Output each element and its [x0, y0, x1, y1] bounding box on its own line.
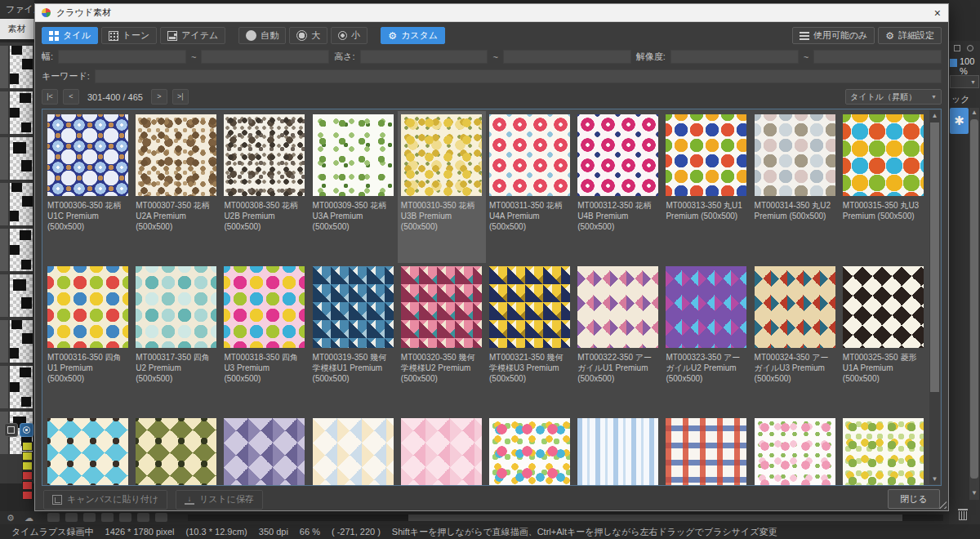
material-thumbnail[interactable]	[401, 114, 482, 196]
material-thumbnail[interactable]	[224, 114, 305, 196]
material-item[interactable]: MT000323-350 アーガイルU2 Premium (500x500)	[662, 263, 751, 415]
material-thumbnail[interactable]	[666, 266, 746, 348]
material-item[interactable]	[574, 415, 662, 486]
material-thumbnail[interactable]	[843, 266, 924, 348]
sub-tool-button[interactable]: ✱	[950, 108, 969, 134]
material-item[interactable]: MT000310-350 花柄 U3B Premium (500x500)	[398, 111, 486, 263]
material-thumbnail[interactable]	[313, 114, 394, 196]
material-item[interactable]: MT000319-350 幾何学模様U1 Premium (500x500)	[310, 263, 398, 415]
height-max-input[interactable]	[503, 50, 631, 64]
available-only-button[interactable]: 使用可能のみ	[792, 27, 875, 44]
material-item[interactable]: MT000321-350 幾何学模様U3 Premium (500x500)	[486, 263, 574, 415]
material-item[interactable]	[751, 415, 840, 486]
scroll-up-icon[interactable]: ▲	[969, 108, 979, 118]
material-thumbnail[interactable]	[313, 418, 394, 486]
trash-icon[interactable]	[957, 509, 969, 520]
panel-window-icon[interactable]	[954, 45, 960, 51]
prev-page-button[interactable]: <	[63, 89, 79, 105]
material-thumbnail[interactable]	[489, 266, 570, 348]
size-filter-small[interactable]: 小	[331, 27, 368, 44]
zoom-slider-handle[interactable]	[950, 59, 957, 67]
material-thumbnail[interactable]	[577, 114, 658, 196]
material-item[interactable]	[132, 415, 220, 486]
horizontal-scrollbar-thumb[interactable]	[408, 514, 902, 521]
tag-swatch-red[interactable]	[22, 471, 33, 480]
keyword-input[interactable]	[95, 69, 942, 83]
sidebar-pattern-thumbnail[interactable]	[10, 229, 33, 271]
material-thumbnail[interactable]	[47, 114, 128, 196]
paste-to-canvas-button[interactable]: キャンバスに貼り付け	[43, 490, 167, 510]
width-max-input[interactable]	[201, 50, 329, 64]
palette-footer-icon[interactable]	[155, 513, 167, 522]
material-thumbnail[interactable]	[136, 114, 216, 196]
resolution-min-input[interactable]	[670, 50, 799, 64]
detail-settings-button[interactable]: ⚙詳細設定	[878, 27, 942, 44]
sort-dropdown[interactable]: タイトル（昇順）▼	[845, 89, 942, 105]
sidebar-pattern-thumbnail[interactable]	[10, 91, 33, 134]
sidebar-pattern-thumbnail[interactable]	[10, 137, 33, 180]
material-thumbnail[interactable]	[843, 418, 924, 486]
material-thumbnail[interactable]	[666, 418, 746, 486]
height-min-input[interactable]	[360, 50, 488, 64]
sidebar-pattern-thumbnail[interactable]	[10, 320, 33, 363]
material-item[interactable]: MT000324-350 アーガイルU3 Premium (500x500)	[751, 263, 840, 415]
material-item[interactable]: MT000313-350 丸U1 Premium (500x500)	[662, 111, 751, 263]
next-page-button[interactable]: >	[151, 89, 167, 105]
sidebar-material-row[interactable]	[0, 137, 34, 180]
material-thumbnail[interactable]	[401, 266, 482, 348]
material-thumbnail[interactable]	[755, 418, 835, 486]
palette-footer-icon[interactable]	[119, 513, 131, 522]
sidebar-material-row[interactable]	[0, 366, 34, 408]
tag-swatch-red[interactable]	[22, 481, 33, 490]
panel-scrollbar[interactable]: ▲ ▼	[969, 108, 979, 500]
materials-scrollbar-thumb[interactable]	[930, 122, 939, 392]
palette-footer-icon[interactable]	[47, 513, 60, 522]
sidebar-pattern-thumbnail[interactable]	[10, 274, 33, 317]
material-thumbnail[interactable]	[755, 114, 835, 196]
material-thumbnail[interactable]	[489, 418, 570, 486]
last-page-button[interactable]: >|	[172, 89, 189, 105]
palette-footer-icon[interactable]	[83, 513, 96, 522]
sidebar-material-row[interactable]	[0, 46, 34, 88]
sidebar-material-row[interactable]	[0, 274, 34, 317]
material-item[interactable]: MT000308-350 花柄 U2B Premium (500x500)	[220, 111, 309, 263]
dialog-titlebar[interactable]: クラウド素材 ×	[35, 4, 948, 22]
sidebar-pattern-thumbnail[interactable]	[10, 46, 33, 88]
material-item[interactable]	[44, 415, 132, 486]
palette-footer-icon[interactable]	[137, 513, 149, 522]
tab-item[interactable]: アイテム	[160, 27, 225, 44]
material-item[interactable]: MT000306-350 花柄 U1C Premium (500x500)	[44, 111, 132, 263]
material-thumbnail[interactable]	[224, 266, 305, 348]
scroll-up-icon[interactable]: ▲	[929, 110, 940, 121]
material-thumbnail[interactable]	[313, 266, 394, 348]
tab-tone[interactable]: トーン	[101, 27, 158, 44]
sidebar-material-row[interactable]	[0, 91, 34, 134]
tag-swatch-red[interactable]	[22, 491, 33, 500]
material-item[interactable]: MT000318-350 四角U3 Premium (500x500)	[220, 263, 309, 415]
material-item[interactable]: MT000316-350 四角U1 Premium (500x500)	[44, 263, 132, 415]
material-thumbnail[interactable]	[577, 418, 658, 486]
sidebar-pattern-thumbnail[interactable]	[10, 183, 33, 225]
size-filter-large[interactable]: 大	[289, 27, 327, 44]
sidebar-material-row[interactable]	[0, 320, 34, 363]
tab-tile[interactable]: タイル	[42, 27, 98, 44]
scroll-down-icon[interactable]: ▼	[969, 488, 979, 498]
material-item[interactable]: MT000311-350 花柄 U4A Premium (500x500)	[486, 111, 574, 263]
scroll-down-icon[interactable]: ▼	[929, 474, 940, 484]
material-item[interactable]	[840, 415, 928, 486]
material-item[interactable]: MT000325-350 菱形 U1A Premium (500x500)	[840, 263, 928, 415]
material-item[interactable]	[662, 415, 751, 486]
resolution-max-input[interactable]	[813, 50, 942, 64]
material-item[interactable]	[486, 415, 574, 486]
tag-swatch-yellow[interactable]	[22, 452, 33, 461]
materials-scrollbar[interactable]: ▲ ▼	[929, 110, 940, 484]
material-item[interactable]	[220, 415, 309, 486]
palette-footer-icon[interactable]	[101, 513, 114, 522]
first-page-button[interactable]: |<	[42, 89, 58, 105]
sidebar-pattern-thumbnail[interactable]	[10, 366, 33, 408]
material-thumbnail[interactable]	[755, 266, 835, 348]
gear-icon[interactable]: ⚙	[7, 511, 15, 524]
file-menu[interactable]: ファイル(	[0, 0, 34, 18]
sidebar-material-row[interactable]	[0, 229, 34, 271]
paste-to-canvas-mini-button[interactable]	[4, 423, 18, 437]
